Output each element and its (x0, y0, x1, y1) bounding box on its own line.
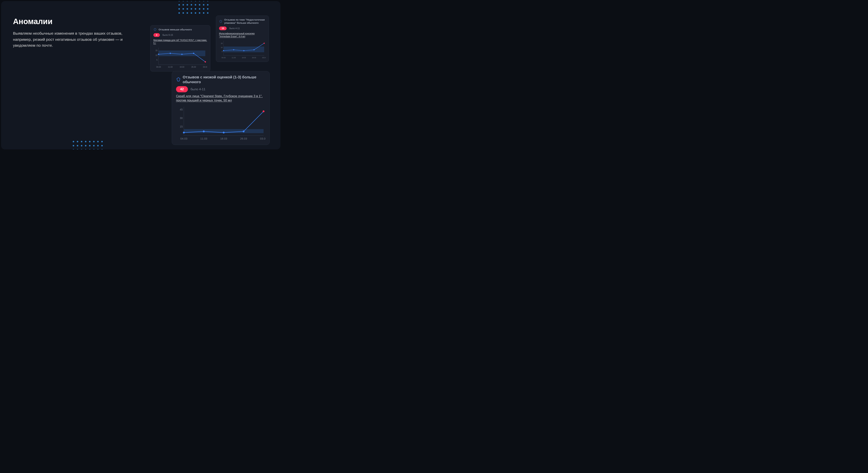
svg-text:03.04: 03.04 (260, 137, 266, 140)
svg-text:26.03: 26.03 (191, 66, 196, 68)
product-link[interactable]: Мультифункциональный консилер "Immediate… (219, 32, 266, 38)
svg-text:03.04: 03.04 (262, 57, 266, 59)
card-head: Отзывов меньше обычного (153, 28, 207, 31)
svg-text:18.03: 18.03 (242, 57, 246, 59)
anomaly-card-fewer-reviews: Отзывов меньше обычного 3 было 9-15 Мато… (150, 25, 210, 72)
svg-text:15: 15 (180, 125, 183, 128)
svg-point-26 (264, 43, 265, 44)
badge-row: 3 было 9-15 (153, 33, 207, 37)
svg-point-9 (193, 53, 194, 54)
anomaly-card-packaging: Отзывов по теме "Недостаточная упаковка"… (216, 15, 269, 62)
svg-rect-16 (223, 46, 264, 52)
badge-row: 15 было 4-11 (219, 27, 266, 30)
badge-row: 42 было 4-11 (176, 86, 266, 92)
svg-point-41 (243, 131, 244, 132)
card-title: Отзывов по теме "Недостаточная упаковка"… (224, 19, 266, 25)
svg-text:26.03: 26.03 (252, 57, 256, 59)
card-head: Отзывов с низкой оценкой (1-3) больше об… (176, 75, 266, 84)
svg-text:15: 15 (155, 50, 158, 52)
anomaly-badge: 15 (219, 27, 227, 30)
svg-text:45: 45 (180, 108, 183, 111)
product-link[interactable]: Скраб для лица "Cleanest State, Глубокое… (176, 94, 266, 103)
svg-point-38 (183, 132, 185, 133)
svg-text:10: 10 (155, 54, 158, 56)
diamond-icon (153, 28, 157, 31)
expected-range-note: было 4-11 (190, 88, 205, 91)
svg-text:18.03: 18.03 (180, 66, 184, 68)
svg-text:04.03: 04.03 (180, 137, 187, 140)
svg-text:18.03: 18.03 (220, 137, 227, 140)
svg-text:5: 5 (222, 50, 223, 53)
svg-rect-0 (159, 50, 205, 56)
svg-text:10: 10 (221, 46, 223, 48)
svg-text:30: 30 (180, 116, 183, 120)
svg-point-39 (203, 131, 205, 132)
diamond-icon (176, 77, 181, 82)
product-link[interactable]: Матовая помада для губ "VUOLE ROU", с ма… (153, 39, 207, 45)
dots-pattern-top (179, 1, 209, 14)
svg-point-7 (170, 53, 171, 54)
card-head: Отзывов по теме "Недостаточная упаковка"… (219, 19, 266, 25)
svg-point-22 (223, 50, 224, 51)
svg-text:26.03: 26.03 (240, 137, 247, 140)
svg-text:04.03: 04.03 (221, 57, 225, 59)
svg-point-24 (243, 50, 244, 51)
svg-text:11.03: 11.03 (231, 57, 236, 59)
hero-body: Выявляем необычные изменения в трендах в… (13, 30, 132, 48)
anomaly-card-low-rating: Отзывов с низкой оценкой (1-3) больше об… (172, 71, 270, 145)
expected-range-note: было 4-11 (229, 27, 240, 30)
svg-text:11.03: 11.03 (200, 137, 207, 140)
card-title: Отзывов меньше обычного (159, 28, 192, 31)
svg-point-10 (205, 61, 206, 63)
svg-point-8 (181, 54, 183, 55)
svg-text:5: 5 (156, 59, 157, 61)
svg-point-42 (262, 110, 265, 112)
expected-range-note: было 9-15 (162, 34, 173, 36)
card-title: Отзывов с низкой оценкой (1-3) больше об… (183, 75, 266, 84)
svg-point-6 (158, 54, 159, 55)
anomaly-badge: 42 (176, 86, 188, 92)
anomaly-badge: 3 (153, 33, 160, 37)
svg-point-40 (223, 132, 225, 133)
svg-point-23 (233, 49, 234, 50)
diamond-icon (219, 20, 222, 23)
svg-text:03.04: 03.04 (203, 66, 207, 68)
svg-text:04.03: 04.03 (156, 66, 161, 68)
dots-pattern-bottom (73, 141, 103, 149)
svg-text:15: 15 (221, 42, 223, 44)
svg-point-25 (253, 49, 255, 50)
anomaly-chart: 5101504.0311.0318.0326.0303.04 (153, 46, 207, 68)
anomaly-chart: 15304504.0311.0318.0326.0303.04 (176, 105, 266, 141)
hero: Аномалии Выявляем необычные изменения в … (13, 17, 132, 48)
anomaly-chart: 5101504.0311.0318.0326.0303.04 (219, 39, 266, 59)
svg-text:11.03: 11.03 (168, 66, 173, 68)
feature-panel: Аномалии Выявляем необычные изменения в … (1, 1, 280, 149)
hero-title: Аномалии (13, 17, 132, 26)
